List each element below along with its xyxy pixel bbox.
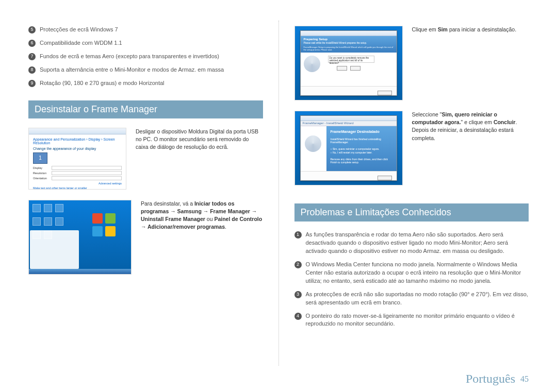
list-item: 9Rotação (90, 180 e 270 graus) e modo Ho… [28, 79, 263, 88]
uninstall-step-4: FrameManager - InstallShield Wizard Fram… [294, 111, 529, 185]
number-badge: 2 [294, 261, 302, 268]
start-menu-mock [30, 230, 79, 269]
disc-icon [304, 56, 320, 72]
mock-breadcrumb: Appearance and Personalization › Display… [33, 138, 122, 145]
number-badge: 9 [28, 80, 36, 87]
list-text: Suporta a alternância entre o Mini-Monit… [40, 66, 224, 74]
left-column: 5Protecções de ecrã Windows 7 6Compatibi… [28, 26, 263, 371]
uninstall-step-2-text: Para desinstalar, vá a Iniciar todos os … [141, 200, 263, 231]
number-badge: 7 [28, 53, 36, 60]
list-item: 6Compatibilidade com WDDM 1.1 [28, 39, 263, 47]
list-item: 8Suporta a alternância entre o Mini-Moni… [28, 66, 263, 74]
list-text: O ponteiro do rato mover-se-á ligeiramen… [306, 312, 529, 329]
thumbnail-start-menu [28, 200, 132, 275]
list-text: O Windows Media Center funciona no modo … [306, 261, 529, 285]
list-item: 7Fundos de ecrã e temas Aero (excepto pa… [28, 53, 263, 61]
monitor-icon: 1 [33, 152, 47, 164]
number-badge: 5 [28, 26, 36, 33]
section-title-uninstall: Desinstalar o Frame Manager [28, 100, 263, 118]
list-item: 4O ponteiro do rato mover-se-á ligeirame… [294, 312, 529, 329]
list-text: Compatibilidade com WDDM 1.1 [40, 39, 122, 47]
number-badge: 3 [294, 291, 302, 298]
list-text: Rotação (90, 180 e 270 graus) e modo Hor… [40, 79, 165, 88]
list-text: As funções transparência e rodar do tema… [306, 231, 529, 255]
number-badge: 4 [294, 313, 302, 320]
list-item: 3As protecções de ecrã não são suportada… [294, 291, 529, 307]
number-badge: 8 [28, 66, 36, 74]
right-column: Preparing Setup Please wait while the In… [294, 26, 529, 371]
uninstall-step-2: Para desinstalar, vá a Iniciar todos os … [28, 200, 263, 275]
list-text: As protecções de ecrã não são suportadas… [306, 291, 529, 307]
language-label: Português [466, 372, 515, 385]
features-continued-list: 5Protecções de ecrã Windows 7 6Compatibi… [28, 26, 263, 88]
page-number: 45 [520, 374, 529, 383]
windows-logo-icon [92, 213, 116, 236]
page-footer: Português 45 [466, 372, 529, 386]
disc-icon [305, 135, 321, 152]
list-item: 1As funções transparência e rodar do tem… [294, 231, 529, 255]
thumbnail-installshield-finish: FrameManager - InstallShield Wizard Fram… [294, 111, 403, 185]
uninstall-step-3-text: Clique em Sim para iniciar a desinstalaç… [412, 26, 529, 33]
number-badge: 6 [28, 40, 36, 47]
list-item: 5Protecções de ecrã Windows 7 [28, 26, 263, 34]
problems-list: 1As funções transparência e rodar do tem… [294, 231, 529, 328]
uninstall-step-1-text: Desligar o dispositivo Moldura Digital d… [136, 128, 263, 151]
section-title-problems: Problemas e Limitações Conhecidos [294, 203, 529, 221]
uninstall-step-4-text: Seleccione "Sim, quero reiniciar o compu… [412, 111, 529, 142]
uninstall-step-1: Appearance and Personalization › Display… [28, 128, 263, 190]
uninstall-step-3: Preparing Setup Please wait while the In… [294, 26, 529, 100]
column-divider [278, 21, 279, 366]
list-text: Fundos de ecrã e temas Aero (excepto par… [40, 53, 219, 61]
number-badge: 1 [294, 231, 302, 238]
list-text: Protecções de ecrã Windows 7 [40, 26, 118, 34]
thumbnail-installshield-confirm: Preparing Setup Please wait while the In… [294, 26, 403, 100]
list-item: 2O Windows Media Center funciona no modo… [294, 261, 529, 285]
thumbnail-screen-resolution: Appearance and Personalization › Display… [28, 128, 126, 190]
mock-heading: Change the appearance of your display [33, 147, 122, 150]
